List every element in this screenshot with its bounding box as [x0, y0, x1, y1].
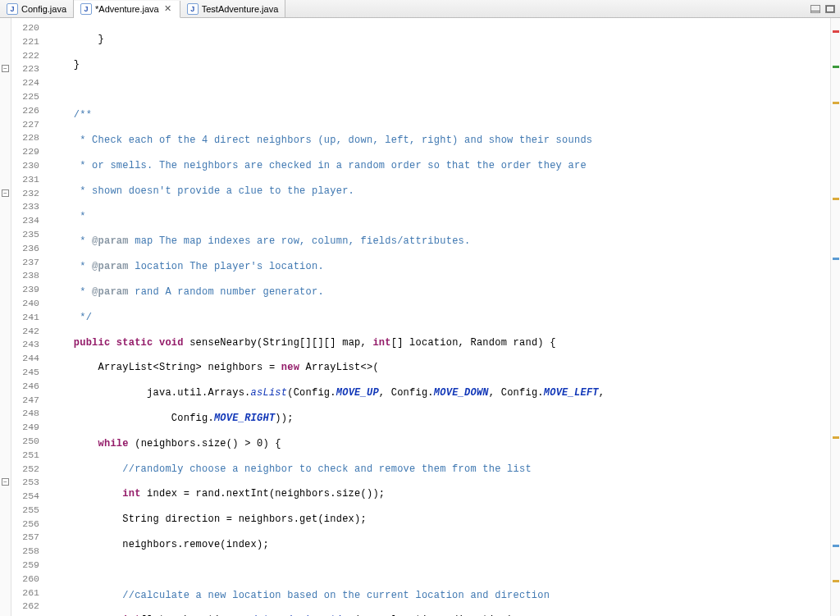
fold-toggle-icon[interactable]: − [2, 478, 9, 486]
line-number: 237 [11, 256, 44, 270]
tab-adventure[interactable]: J *Adventure.java ✕ [74, 1, 180, 18]
line-number: 246 [11, 380, 44, 394]
line-number: 227 [11, 118, 44, 132]
overview-marker[interactable] [833, 30, 839, 33]
line-number: 235 [11, 228, 44, 242]
tab-label: *Adventure.java [95, 4, 159, 14]
line-number: 257 [11, 531, 44, 545]
overview-marker[interactable] [833, 580, 839, 582]
line-number: 262 [11, 600, 44, 614]
java-file-icon: J [187, 3, 199, 15]
line-number: 229 [11, 145, 44, 159]
line-number: 252 [11, 463, 44, 477]
line-number: 249 [11, 421, 44, 435]
java-file-icon: J [7, 3, 18, 15]
overview-marker[interactable] [833, 436, 839, 439]
overview-marker[interactable] [833, 198, 839, 200]
tab-testadventure[interactable]: J TestAdventure.java [180, 0, 286, 17]
tab-config[interactable]: J Config.java [0, 0, 74, 17]
maximize-icon[interactable] [825, 5, 835, 13]
line-number: 247 [11, 394, 44, 408]
line-number: 253 [11, 476, 44, 490]
line-number: 220 [11, 21, 44, 35]
line-number: 241 [11, 311, 44, 325]
line-number: 226 [11, 104, 44, 118]
editor-window-controls [806, 5, 840, 13]
editor-tabbar: J Config.java J *Adventure.java ✕ J Test… [0, 0, 840, 18]
line-number: 245 [11, 366, 44, 380]
line-number: 244 [11, 352, 44, 366]
line-number: 251 [11, 449, 44, 463]
line-number: 224 [11, 76, 44, 90]
line-number: 258 [11, 545, 44, 559]
fold-toggle-icon[interactable]: − [2, 65, 9, 72]
tab-label: TestAdventure.java [202, 4, 279, 14]
line-number: 230 [11, 159, 44, 173]
line-number: 225 [11, 90, 44, 104]
line-number: 260 [11, 573, 44, 586]
line-number: 255 [11, 504, 44, 518]
folding-ruler: −−− [0, 18, 11, 616]
line-number: 238 [11, 269, 44, 283]
close-tab-icon[interactable]: ✕ [162, 3, 173, 14]
line-number: 221 [11, 35, 44, 49]
java-file-icon: J [80, 3, 92, 15]
line-number: 259 [11, 559, 44, 573]
line-number: 248 [11, 407, 44, 421]
line-number: 233 [11, 200, 44, 214]
line-number: 239 [11, 283, 44, 297]
line-number: 232 [11, 187, 44, 201]
line-number: 231 [11, 173, 44, 187]
line-number: 236 [11, 242, 44, 256]
code-viewport[interactable]: } } /** * Check each of the 4 direct nei… [44, 18, 830, 616]
tab-label: Config.java [21, 4, 66, 14]
line-number: 228 [11, 131, 44, 145]
line-number: 243 [11, 338, 44, 352]
overview-marker[interactable] [833, 66, 839, 68]
overview-marker[interactable] [833, 545, 839, 547]
line-number: 261 [11, 586, 44, 600]
line-number: 250 [11, 435, 44, 449]
line-number: 234 [11, 214, 44, 228]
line-number: 240 [11, 297, 44, 311]
line-number: 256 [11, 518, 44, 532]
line-number: 222 [11, 49, 44, 63]
fold-toggle-icon[interactable]: − [2, 189, 9, 197]
line-number: 223 [11, 62, 44, 76]
line-number: 242 [11, 325, 44, 339]
editor-area: −−− 220221222223224225226227228229230231… [0, 18, 840, 616]
overview-marker[interactable] [833, 258, 839, 260]
overview-marker[interactable] [833, 102, 839, 104]
minimize-icon[interactable] [810, 5, 820, 13]
overview-ruler[interactable] [830, 18, 840, 616]
line-number-gutter: 2202212222232242252262272282292302312322… [11, 18, 44, 616]
line-number: 254 [11, 490, 44, 504]
